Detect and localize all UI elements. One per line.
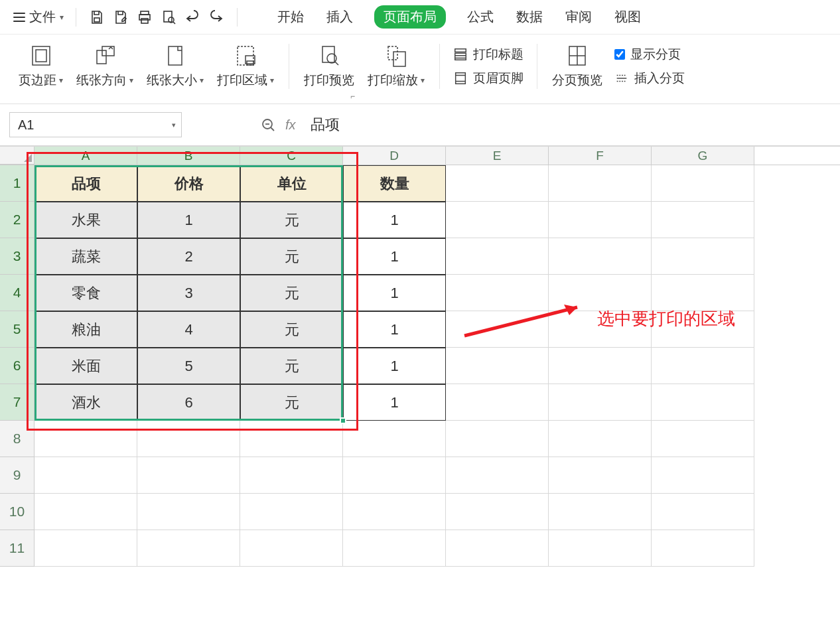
cell-A1[interactable]: 品项 [35,165,137,202]
cell-E11[interactable] [446,530,549,567]
tab-formula[interactable]: 公式 [466,5,495,29]
cell-C7[interactable]: 元 [240,384,343,421]
dialog-launcher-icon[interactable]: ⌐ [350,92,355,101]
cell-C8[interactable] [240,421,343,457]
cell-D4[interactable]: 1 [343,275,446,311]
col-header-F[interactable]: F [549,147,652,165]
col-header-B[interactable]: B [137,147,240,165]
cell-A8[interactable] [35,421,137,457]
cell-B10[interactable] [137,494,240,530]
cell-D11[interactable] [343,530,446,567]
cell-A6[interactable]: 米面 [35,348,137,384]
col-header-E[interactable]: E [446,147,549,165]
print-titles-button[interactable]: 打印标题 [453,46,524,63]
size-button[interactable]: 纸张大小▾ [143,44,208,89]
row-header-9[interactable]: 9 [0,457,35,494]
row-header-1[interactable]: 1 [0,165,35,202]
cell-C2[interactable]: 元 [240,202,343,238]
cell-E6[interactable] [446,348,549,384]
row-header-4[interactable]: 4 [0,275,35,311]
cell-G8[interactable] [652,421,754,457]
insert-pagebreak-button[interactable]: 插入分页 [614,70,685,87]
cell-A2[interactable]: 水果 [35,202,137,238]
row-header-11[interactable]: 11 [0,530,35,567]
col-header-G[interactable]: G [652,147,754,165]
formula-input[interactable] [301,112,831,137]
cell-A10[interactable] [35,494,137,530]
cell-G9[interactable] [652,457,754,494]
pagebreak-preview-button[interactable]: 分页预览 [548,44,606,89]
cell-G10[interactable] [652,494,754,530]
cell-A4[interactable]: 零食 [35,275,137,311]
print-preview-icon[interactable] [160,9,177,26]
cell-E10[interactable] [446,494,549,530]
cancel-formula-icon[interactable] [260,117,276,133]
cell-D8[interactable] [343,421,446,457]
scaling-button[interactable]: 打印缩放▾ [364,44,429,89]
row-header-7[interactable]: 7 [0,384,35,421]
cell-B9[interactable] [137,457,240,494]
file-menu[interactable]: 文件 ▾ [13,8,64,26]
tab-insert[interactable]: 插入 [325,5,354,29]
cell-C9[interactable] [240,457,343,494]
cell-G3[interactable] [652,238,754,275]
cell-C3[interactable]: 元 [240,238,343,275]
tab-view[interactable]: 视图 [613,5,642,29]
cell-F7[interactable] [549,384,652,421]
cell-F11[interactable] [549,530,652,567]
cell-D5[interactable]: 1 [343,311,446,348]
cell-F10[interactable] [549,494,652,530]
save-icon[interactable] [88,9,105,26]
tab-review[interactable]: 审阅 [564,5,593,29]
cell-F6[interactable] [549,348,652,384]
orientation-button[interactable]: 纸张方向▾ [72,44,137,89]
cell-C6[interactable]: 元 [240,348,343,384]
cell-F9[interactable] [549,457,652,494]
tab-start[interactable]: 开始 [276,5,305,29]
cell-C1[interactable]: 单位 [240,165,343,202]
cell-G7[interactable] [652,384,754,421]
cell-G2[interactable] [652,202,754,238]
cell-B6[interactable]: 5 [137,348,240,384]
cell-E5[interactable] [446,311,549,348]
undo-icon[interactable] [184,9,201,26]
cell-E8[interactable] [446,421,549,457]
cell-B1[interactable]: 价格 [137,165,240,202]
cell-B3[interactable]: 2 [137,238,240,275]
cell-B4[interactable]: 3 [137,275,240,311]
row-header-6[interactable]: 6 [0,348,35,384]
cell-D1[interactable]: 数量 [343,165,446,202]
row-header-2[interactable]: 2 [0,202,35,238]
cell-G11[interactable] [652,530,754,567]
select-all-corner[interactable] [0,147,35,165]
cell-A3[interactable]: 蔬菜 [35,238,137,275]
show-break-checkbox-input[interactable] [614,49,625,60]
margins-button[interactable]: 页边距▾ [15,44,67,89]
redo-icon[interactable] [208,9,225,26]
cell-C5[interactable]: 元 [240,311,343,348]
show-pagebreak-checkbox[interactable]: 显示分页 [614,46,685,63]
cell-B8[interactable] [137,421,240,457]
tab-pagelayout[interactable]: 页面布局 [374,5,446,29]
preview-button[interactable]: 打印预览 [300,44,358,89]
printarea-button[interactable]: 打印区域▾ [213,44,278,89]
cell-C10[interactable] [240,494,343,530]
selection-handle[interactable] [340,417,346,424]
cell-E4[interactable] [446,275,549,311]
row-header-10[interactable]: 10 [0,494,35,530]
row-header-8[interactable]: 8 [0,421,35,457]
cell-G1[interactable] [652,165,754,202]
cell-F8[interactable] [549,421,652,457]
col-header-D[interactable]: D [343,147,446,165]
col-header-C[interactable]: C [240,147,343,165]
cell-E1[interactable] [446,165,549,202]
tab-data[interactable]: 数据 [515,5,544,29]
cell-D10[interactable] [343,494,446,530]
cell-D7[interactable]: 1 [343,384,446,421]
cell-E7[interactable] [446,384,549,421]
cell-B5[interactable]: 4 [137,311,240,348]
cell-A7[interactable]: 酒水 [35,384,137,421]
cell-E9[interactable] [446,457,549,494]
cell-B2[interactable]: 1 [137,202,240,238]
cell-D9[interactable] [343,457,446,494]
